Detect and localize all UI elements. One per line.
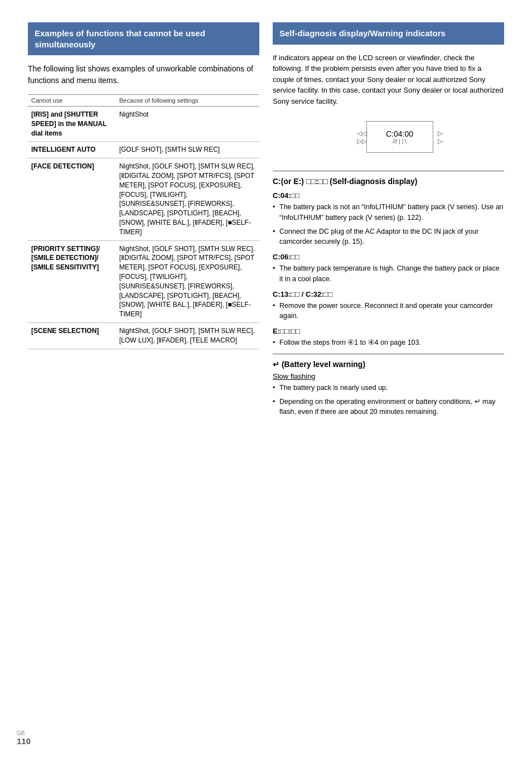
diag-bullet-list: Follow the steps from ④1 to ④4 on page 1…: [273, 337, 504, 348]
table-row: [FACE DETECTION]NightShot, [GOLF SHOT], …: [28, 158, 259, 240]
diag-section-title: C:(or E:) □□:□□ (Self-diagnosis display): [273, 177, 504, 186]
cannot-use-cell: INTELLIGENT AUTO: [28, 142, 116, 158]
because-of-cell: NightShot, [GOLF SHOT], [SMTH SLW REC], …: [116, 322, 259, 349]
cannot-use-cell: [IRIS] and [SHUTTER SPEED] in the MANUAL…: [28, 107, 116, 142]
diag-bullet-list: The battery pack temperature is high. Ch…: [273, 263, 504, 285]
intro-text: The following list shows examples of unw…: [28, 63, 259, 86]
diag-bullet-item: Connect the DC plug of the AC Adaptor to…: [273, 226, 504, 248]
cannot-use-table: Cannot use Because of following settings…: [28, 94, 259, 349]
diag-bullet-list: The battery pack is not an “InfoLITHIUM”…: [273, 202, 504, 247]
left-column: Examples of functions that cannot be use…: [28, 22, 259, 422]
because-of-cell: [GOLF SHOT], [SMTH SLW REC]: [116, 142, 259, 158]
diag-code: C:06:□□: [273, 253, 504, 261]
diag-bullet-item: Follow the steps from ④1 to ④4 on page 1…: [273, 337, 504, 348]
diag-bullet-item: The battery pack is not an “InfoLITHIUM”…: [273, 202, 504, 223]
divider-bottom: [273, 354, 504, 354]
diag-code: C:13:□□ / C:32:□□: [273, 290, 504, 298]
diag-code: E:□□:□□: [273, 327, 504, 335]
diag-bullet-item: The battery pack temperature is high. Ch…: [273, 263, 504, 285]
cannot-use-cell: [FACE DETECTION]: [28, 158, 116, 240]
page-footer: GB 110: [17, 730, 31, 746]
display-value: C:04:00: [378, 129, 422, 138]
arrows-right-icon: ▷▷: [438, 129, 443, 145]
col2-header: Because of following settings: [116, 95, 259, 107]
slow-flashing-label: Slow flashing: [273, 372, 504, 380]
because-of-cell: NightShot: [116, 107, 259, 142]
table-row: INTELLIGENT AUTO[GOLF SHOT], [SMTH SLW R…: [28, 142, 259, 158]
diag-sections: C:04:□□The battery pack is not an “InfoL…: [273, 191, 504, 348]
battery-bullet-item: Depending on the operating environment o…: [273, 397, 504, 418]
diag-code: C:04:□□: [273, 191, 504, 200]
locale-label: GB: [17, 730, 25, 736]
battery-bullet-item: The battery pack is nearly used up.: [273, 383, 504, 393]
display-sub: /// | | \: [378, 138, 422, 144]
battery-bullets: The battery pack is nearly used up.Depen…: [273, 383, 504, 417]
divider-top: [273, 171, 504, 171]
diag-bullet-list: Remove the power source. Reconnect it an…: [273, 301, 504, 322]
cannot-use-cell: [SCENE SELECTION]: [28, 322, 116, 349]
because-of-cell: NightShot, [GOLF SHOT], [SMTH SLW REC], …: [116, 240, 259, 322]
table-row: [SCENE SELECTION]NightShot, [GOLF SHOT],…: [28, 322, 259, 349]
diag-bullet-item: Remove the power source. Reconnect it an…: [273, 301, 504, 322]
left-section-header: Examples of functions that cannot be use…: [28, 22, 259, 55]
right-column: Self-diagnosis display/Warning indicator…: [273, 22, 504, 422]
table-row: [IRIS] and [SHUTTER SPEED] in the MANUAL…: [28, 107, 259, 142]
right-intro: If indicators appear on the LCD screen o…: [273, 52, 504, 107]
because-of-cell: NightShot, [GOLF SHOT], [SMTH SLW REC], …: [116, 158, 259, 240]
arrows-left-icon: ◁◁▷▷: [357, 129, 367, 145]
table-row: [PRIORITY SETTING]/ [SMILE DETECTION]/ […: [28, 240, 259, 322]
battery-warning-title: ↵ (Battery level warning): [273, 360, 504, 369]
right-section-header: Self-diagnosis display/Warning indicator…: [273, 22, 504, 45]
display-box: ◁◁▷▷ C:04:00 /// | | \ ▷▷: [366, 121, 433, 153]
col1-header: Cannot use: [28, 95, 116, 107]
cannot-use-cell: [PRIORITY SETTING]/ [SMILE DETECTION]/ […: [28, 240, 116, 322]
page-number: 110: [17, 736, 31, 746]
